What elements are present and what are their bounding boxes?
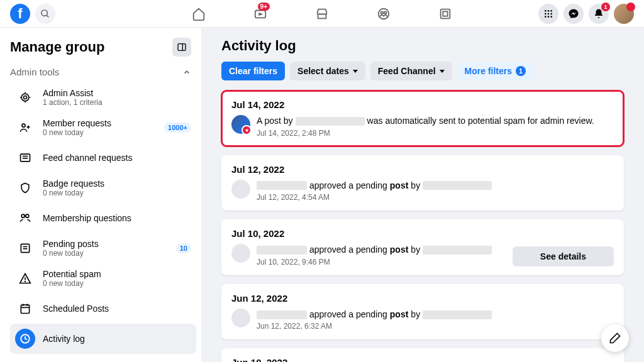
activity-mid: approved a pending xyxy=(309,244,387,256)
sidebar-title: Manage group xyxy=(10,39,104,55)
sidebar-item-member-requests[interactable]: Member requests0 new today 1000+ xyxy=(10,112,196,143)
activity-text: approved a pending post by xyxy=(257,309,614,321)
nav-right: 1 xyxy=(538,4,634,24)
feed-channel-button[interactable]: Feed Channel xyxy=(370,62,452,80)
activity-date: Jul 10, 2022 xyxy=(231,228,614,239)
activity-date: Jul 14, 2022 xyxy=(231,99,614,110)
sidebar-item-label: Potential spam xyxy=(43,269,191,279)
select-dates-label: Select dates xyxy=(297,66,349,76)
sidebar-item-sublabel: 0 new today xyxy=(43,279,191,288)
redacted-name xyxy=(423,181,492,190)
notification-badge: 1 xyxy=(601,3,610,11)
search-button[interactable] xyxy=(35,4,55,24)
compose-icon xyxy=(609,332,621,344)
sidebar: Manage group Admin tools Admin Assist1 a… xyxy=(0,28,201,362)
svg-point-0 xyxy=(42,10,47,16)
sidebar-item-label: Scheduled Posts xyxy=(43,304,191,314)
chevron-up-icon xyxy=(182,68,191,77)
redacted-name xyxy=(423,310,492,319)
sidebar-section-admin-tools[interactable]: Admin tools xyxy=(10,62,196,82)
activity-card: Jul 10, 2022 approved a pending post by … xyxy=(221,219,624,275)
search-icon xyxy=(40,9,50,19)
activity-suffix: was automatically sent to potential spam… xyxy=(367,115,594,128)
sidebar-item-scheduled-posts[interactable]: Scheduled Posts xyxy=(10,293,196,324)
messenger-icon xyxy=(568,8,579,19)
activity-time: Jul 12, 2022, 4:54 AM xyxy=(257,193,614,202)
group-rules-icon xyxy=(15,359,35,362)
svg-point-13 xyxy=(548,13,550,14)
main: Manage group Admin tools Admin Assist1 a… xyxy=(0,28,644,362)
admin-assist-icon xyxy=(15,87,35,107)
svg-point-17 xyxy=(550,16,552,18)
svg-rect-7 xyxy=(441,9,450,18)
svg-rect-18 xyxy=(178,44,186,51)
sidebar-item-sublabel: 1 action, 1 criteria xyxy=(43,98,191,107)
compose-fab[interactable] xyxy=(601,324,629,352)
clear-filters-button[interactable]: Clear filters xyxy=(221,62,285,80)
svg-point-20 xyxy=(24,96,27,99)
activity-avatar-user xyxy=(231,309,250,327)
badge-requests-icon xyxy=(15,178,35,198)
pending-posts-icon xyxy=(15,238,35,258)
sidebar-item-admin-assist[interactable]: Admin Assist1 action, 1 criteria xyxy=(10,82,196,112)
select-dates-button[interactable]: Select dates xyxy=(290,62,365,80)
activity-row: approved a pending post by Jul 12, 2022,… xyxy=(231,180,614,202)
activity-bold: post xyxy=(390,244,409,256)
watch-badge: 9+ xyxy=(258,3,270,11)
sidebar-item-pending-posts[interactable]: Pending posts0 new today 10 xyxy=(10,233,196,263)
sidebar-badge: 10 xyxy=(176,243,191,253)
activity-avatar-user xyxy=(231,180,250,199)
activity-card: Jun 10, 2022 xyxy=(221,348,624,362)
sidebar-item-badge-requests[interactable]: Badge requests0 new today xyxy=(10,173,196,203)
activity-log-icon xyxy=(15,329,35,349)
activity-bold: post xyxy=(390,309,409,321)
more-filters-button[interactable]: More filters1 xyxy=(457,62,533,80)
sidebar-header: Manage group xyxy=(10,35,196,62)
sidebar-section-label: Admin tools xyxy=(10,67,59,77)
nav-marketplace[interactable] xyxy=(294,0,350,28)
nav-watch[interactable]: 9+ xyxy=(232,0,289,28)
nav-feeds[interactable] xyxy=(417,0,474,28)
nav-groups[interactable] xyxy=(355,0,412,28)
nav-home[interactable] xyxy=(170,0,227,28)
sidebar-item-activity-log[interactable]: Activity log xyxy=(10,324,196,354)
redacted-name xyxy=(257,246,307,255)
svg-marker-3 xyxy=(259,13,262,15)
redacted-name xyxy=(257,310,307,319)
svg-rect-8 xyxy=(443,11,447,16)
sidebar-item-label: Member requests xyxy=(43,118,157,128)
groups-icon xyxy=(377,7,391,21)
sidebar-item-sublabel: 0 new today xyxy=(43,249,169,258)
facebook-logo[interactable]: f xyxy=(10,4,30,24)
top-nav: f 9+ 1 xyxy=(0,0,644,28)
nav-messenger[interactable] xyxy=(564,4,584,24)
nav-notifications[interactable]: 1 xyxy=(589,4,609,24)
activity-time: Jun 12, 2022, 6:32 AM xyxy=(257,322,614,331)
marketplace-icon xyxy=(315,7,329,21)
svg-point-15 xyxy=(545,16,547,18)
activity-card: Jul 14, 2022 ★ A post by was automatical… xyxy=(221,90,624,146)
feed-channel-icon xyxy=(15,148,35,168)
sidebar-panel-toggle[interactable] xyxy=(172,38,191,57)
profile-badge xyxy=(626,3,635,11)
member-requests-icon xyxy=(15,118,35,138)
sidebar-item-sublabel: 0 new today xyxy=(43,189,191,197)
nav-menu[interactable] xyxy=(538,4,558,24)
sidebar-item-group-rules[interactable]: Group rules xyxy=(10,354,196,362)
page-title: Activity log xyxy=(221,38,624,54)
feed-channel-label: Feed Channel xyxy=(378,66,436,76)
sidebar-item-potential-spam[interactable]: Potential spam0 new today xyxy=(10,263,196,293)
panel-icon xyxy=(177,42,187,52)
sidebar-item-feed-channel-requests[interactable]: Feed channel requests xyxy=(10,143,196,173)
see-details-button[interactable]: See details xyxy=(513,246,614,266)
activity-suffix: by xyxy=(411,180,420,192)
sidebar-item-membership-questions[interactable]: Membership questions xyxy=(10,203,196,233)
sidebar-badge: 1000+ xyxy=(164,123,191,133)
nav-profile-avatar[interactable] xyxy=(614,4,634,24)
svg-point-4 xyxy=(379,8,389,19)
svg-point-12 xyxy=(545,13,547,14)
sidebar-item-label: Badge requests xyxy=(43,178,191,189)
scheduled-posts-icon xyxy=(15,299,35,319)
activity-text: A post by was automatically sent to pote… xyxy=(257,115,614,128)
content: Activity log Clear filters Select dates … xyxy=(201,28,644,362)
